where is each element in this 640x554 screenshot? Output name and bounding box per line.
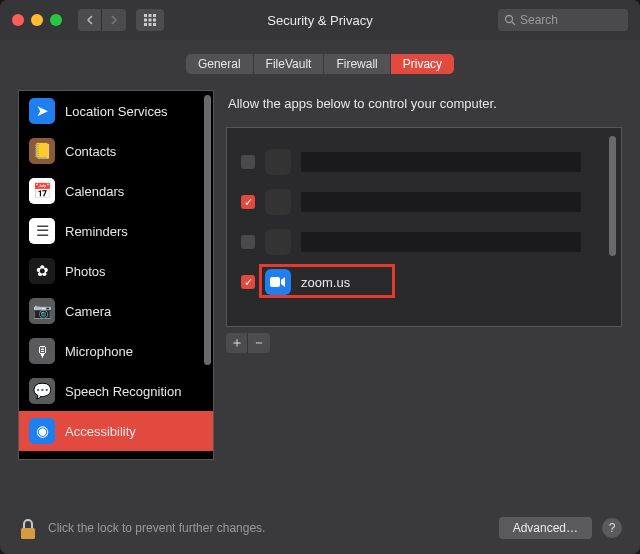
microphone-icon: 🎙 xyxy=(29,338,55,364)
sidebar-item-label: Photos xyxy=(65,264,105,279)
forward-button[interactable] xyxy=(102,9,126,31)
nav-buttons xyxy=(78,9,126,31)
tab-general[interactable]: General xyxy=(186,54,254,74)
show-all-button[interactable] xyxy=(136,9,164,31)
camera-icon: 📷 xyxy=(29,298,55,324)
app-name-redacted xyxy=(301,232,581,252)
svg-rect-3 xyxy=(144,19,147,22)
svg-rect-1 xyxy=(149,14,152,17)
minimize-icon[interactable] xyxy=(31,14,43,26)
tab-privacy[interactable]: Privacy xyxy=(391,54,454,74)
footer: Click the lock to prevent further change… xyxy=(0,508,640,554)
svg-rect-8 xyxy=(153,23,156,26)
svg-rect-5 xyxy=(153,19,156,22)
highlight-box xyxy=(259,264,395,298)
search-placeholder: Search xyxy=(520,13,558,27)
app-row[interactable] xyxy=(227,182,621,222)
sidebar-item-accessibility[interactable]: ◉ Accessibility xyxy=(19,411,213,451)
sidebar-item-label: Accessibility xyxy=(65,424,136,439)
tab-firewall[interactable]: Firewall xyxy=(324,54,390,74)
sidebar-item-contacts[interactable]: 📒 Contacts xyxy=(19,131,213,171)
sidebar-item-reminders[interactable]: ☰ Reminders xyxy=(19,211,213,251)
sidebar-item-photos[interactable]: ✿ Photos xyxy=(19,251,213,291)
remove-app-button[interactable]: － xyxy=(248,333,270,353)
app-row[interactable] xyxy=(227,222,621,262)
app-checkbox[interactable] xyxy=(241,275,255,289)
svg-rect-12 xyxy=(21,528,35,539)
svg-point-9 xyxy=(506,16,513,23)
app-row-zoom[interactable]: zoom.us xyxy=(227,262,621,302)
privacy-sidebar: ➤ Location Services 📒 Contacts 📅 Calenda… xyxy=(18,90,214,460)
add-remove-controls: ＋ － xyxy=(226,333,622,353)
tab-group: General FileVault Firewall Privacy xyxy=(186,54,454,74)
svg-rect-7 xyxy=(149,23,152,26)
preferences-window: Security & Privacy Search General FileVa… xyxy=(0,0,640,554)
app-icon xyxy=(265,229,291,255)
svg-rect-4 xyxy=(149,19,152,22)
pane-description: Allow the apps below to control your com… xyxy=(226,90,622,121)
lock-button[interactable] xyxy=(18,516,38,540)
tab-filevault[interactable]: FileVault xyxy=(254,54,325,74)
search-icon xyxy=(504,14,516,26)
search-input[interactable]: Search xyxy=(498,9,628,31)
app-list: zoom.us xyxy=(226,127,622,327)
sidebar-item-label: Contacts xyxy=(65,144,116,159)
content-area: ➤ Location Services 📒 Contacts 📅 Calenda… xyxy=(0,74,640,508)
sidebar-item-label: Camera xyxy=(65,304,111,319)
chevron-right-icon xyxy=(110,15,118,25)
calendar-icon: 📅 xyxy=(29,178,55,204)
sidebar-item-label: Reminders xyxy=(65,224,128,239)
reminders-icon: ☰ xyxy=(29,218,55,244)
app-checkbox[interactable] xyxy=(241,195,255,209)
applist-scrollbar[interactable] xyxy=(611,130,619,324)
advanced-button[interactable]: Advanced… xyxy=(499,517,592,539)
contacts-icon: 📒 xyxy=(29,138,55,164)
sidebar-scroll-thumb[interactable] xyxy=(204,95,211,365)
sidebar-item-label: Location Services xyxy=(65,104,168,119)
titlebar: Security & Privacy Search xyxy=(0,0,640,40)
svg-rect-0 xyxy=(144,14,147,17)
sidebar-item-camera[interactable]: 📷 Camera xyxy=(19,291,213,331)
sidebar-item-location[interactable]: ➤ Location Services xyxy=(19,91,213,131)
svg-rect-6 xyxy=(144,23,147,26)
app-name-redacted xyxy=(301,192,581,212)
sidebar-scrollbar[interactable] xyxy=(203,93,211,457)
sidebar-item-label: Calendars xyxy=(65,184,124,199)
speech-icon: 💬 xyxy=(29,378,55,404)
sidebar-item-label: Microphone xyxy=(65,344,133,359)
back-button[interactable] xyxy=(78,9,102,31)
app-checkbox[interactable] xyxy=(241,235,255,249)
grid-icon xyxy=(143,13,157,27)
add-app-button[interactable]: ＋ xyxy=(226,333,248,353)
svg-rect-2 xyxy=(153,14,156,17)
app-checkbox[interactable] xyxy=(241,155,255,169)
app-icon xyxy=(265,189,291,215)
sidebar-item-calendars[interactable]: 📅 Calendars xyxy=(19,171,213,211)
help-button[interactable]: ? xyxy=(602,518,622,538)
sidebar-item-label: Speech Recognition xyxy=(65,384,181,399)
tab-bar: General FileVault Firewall Privacy xyxy=(0,54,640,74)
chevron-left-icon xyxy=(86,15,94,25)
app-name-redacted xyxy=(301,152,581,172)
zoom-icon[interactable] xyxy=(50,14,62,26)
window-controls xyxy=(12,14,62,26)
lock-hint-text: Click the lock to prevent further change… xyxy=(48,521,489,535)
svg-line-10 xyxy=(512,22,515,25)
main-pane: Allow the apps below to control your com… xyxy=(226,90,622,498)
app-row[interactable] xyxy=(227,142,621,182)
sidebar-item-speech[interactable]: 💬 Speech Recognition xyxy=(19,371,213,411)
applist-scroll-thumb[interactable] xyxy=(609,136,616,256)
close-icon[interactable] xyxy=(12,14,24,26)
accessibility-icon: ◉ xyxy=(29,418,55,444)
sidebar-item-microphone[interactable]: 🎙 Microphone xyxy=(19,331,213,371)
lock-icon xyxy=(19,518,37,540)
app-icon xyxy=(265,149,291,175)
photos-icon: ✿ xyxy=(29,258,55,284)
location-icon: ➤ xyxy=(29,98,55,124)
